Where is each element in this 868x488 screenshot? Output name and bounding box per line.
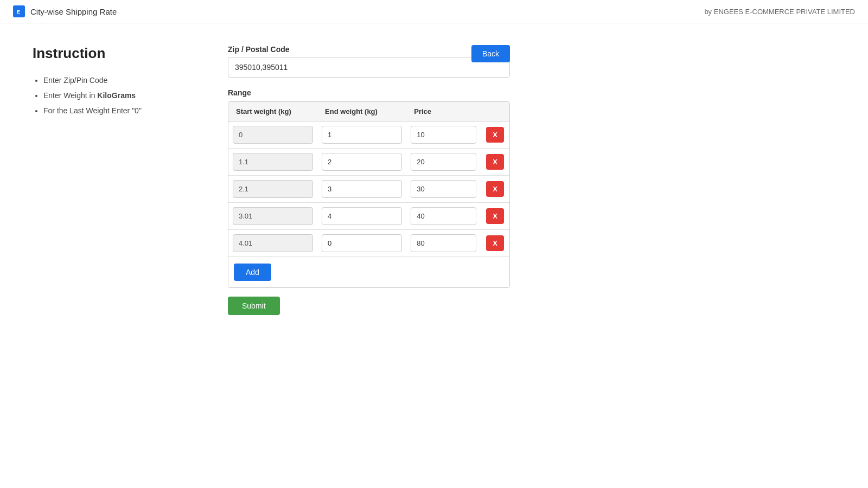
start-weight-input bbox=[233, 180, 313, 198]
end-weight-input[interactable] bbox=[322, 153, 402, 171]
instruction-text-1: Enter Zip/Pin Code bbox=[43, 76, 107, 85]
price-input[interactable] bbox=[411, 207, 476, 225]
table-row: X bbox=[228, 176, 509, 203]
end-weight-input[interactable] bbox=[322, 207, 402, 225]
table-header-row: Start weight (kg) End weight (kg) Price bbox=[228, 102, 509, 121]
range-label: Range bbox=[228, 88, 510, 97]
col-header-start-weight: Start weight (kg) bbox=[228, 102, 317, 121]
remove-row-button[interactable]: X bbox=[486, 154, 504, 170]
instruction-text-2a: Enter Weight in bbox=[43, 91, 97, 100]
instruction-item-1: Enter Zip/Pin Code bbox=[43, 73, 184, 88]
table-row: X bbox=[228, 149, 509, 176]
end-weight-input[interactable] bbox=[322, 126, 402, 144]
remove-row-button[interactable]: X bbox=[486, 181, 504, 197]
price-input[interactable] bbox=[411, 153, 476, 171]
main-content: Instruction Enter Zip/Pin Code Enter Wei… bbox=[0, 23, 868, 337]
start-weight-input bbox=[233, 207, 313, 225]
instruction-text-3: For the Last Weight Enter "0" bbox=[43, 106, 142, 115]
price-input[interactable] bbox=[411, 180, 476, 198]
instructions-list: Enter Zip/Pin Code Enter Weight in KiloG… bbox=[33, 73, 184, 118]
zip-input[interactable] bbox=[228, 57, 510, 78]
end-weight-input[interactable] bbox=[322, 180, 402, 198]
start-weight-input bbox=[233, 153, 313, 171]
col-header-price: Price bbox=[406, 102, 481, 121]
range-table-wrapper: Start weight (kg) End weight (kg) Price … bbox=[228, 101, 510, 288]
price-input[interactable] bbox=[411, 234, 476, 252]
instruction-item-2: Enter Weight in KiloGrams bbox=[43, 88, 184, 103]
range-table: Start weight (kg) End weight (kg) Price … bbox=[228, 102, 509, 256]
range-rows: XXXXX bbox=[228, 121, 509, 257]
svg-text:E: E bbox=[17, 9, 20, 15]
submit-wrapper: Submit bbox=[228, 297, 510, 315]
app-title: City-wise Shipping Rate bbox=[30, 7, 117, 16]
table-footer: Add bbox=[228, 256, 509, 287]
back-button[interactable]: Back bbox=[471, 45, 510, 62]
instruction-bold-2: KiloGrams bbox=[97, 91, 136, 100]
header: E City-wise Shipping Rate by ENGEES E-CO… bbox=[0, 0, 868, 23]
table-row: X bbox=[228, 230, 509, 257]
app-icon: E bbox=[13, 5, 25, 17]
remove-row-button[interactable]: X bbox=[486, 127, 504, 143]
zip-field-wrapper: Zip / Postal Code bbox=[228, 45, 510, 88]
add-button[interactable]: Add bbox=[234, 264, 271, 281]
company-name: by ENGEES E-COMMERCE PRIVATE LIMITED bbox=[704, 8, 855, 16]
back-button-wrapper: Back bbox=[471, 45, 510, 62]
form-panel: Back Zip / Postal Code Range Start weigh… bbox=[228, 45, 510, 315]
instructions-panel: Instruction Enter Zip/Pin Code Enter Wei… bbox=[33, 45, 184, 315]
table-row: X bbox=[228, 203, 509, 230]
remove-row-button[interactable]: X bbox=[486, 208, 504, 224]
start-weight-input bbox=[233, 126, 313, 144]
instruction-item-3: For the Last Weight Enter "0" bbox=[43, 103, 184, 118]
instructions-title: Instruction bbox=[33, 45, 184, 62]
table-row: X bbox=[228, 121, 509, 149]
col-header-action bbox=[481, 102, 509, 121]
price-input[interactable] bbox=[411, 126, 476, 144]
remove-row-button[interactable]: X bbox=[486, 235, 504, 251]
submit-button[interactable]: Submit bbox=[228, 297, 280, 315]
end-weight-input[interactable] bbox=[322, 234, 402, 252]
header-left: E City-wise Shipping Rate bbox=[13, 5, 117, 17]
start-weight-input bbox=[233, 234, 313, 252]
zip-label: Zip / Postal Code bbox=[228, 45, 510, 54]
col-header-end-weight: End weight (kg) bbox=[317, 102, 406, 121]
